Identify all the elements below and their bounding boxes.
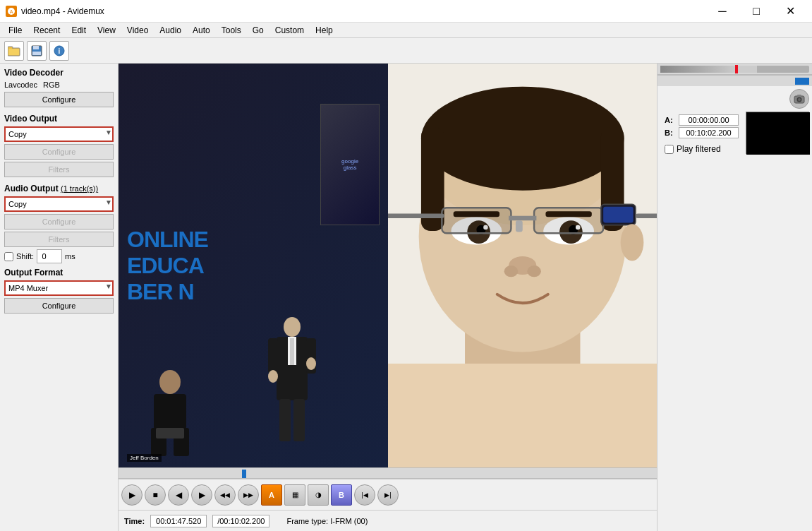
shift-checkbox[interactable] — [4, 252, 13, 261]
a-time-row: A: 00:00:00.00 — [665, 114, 739, 126]
save-button[interactable] — [27, 41, 47, 61]
video-configure-button[interactable]: Configure — [4, 144, 114, 160]
svg-rect-52 — [635, 213, 657, 218]
seated-person-svg — [145, 368, 195, 460]
svg-point-45 — [527, 266, 541, 277]
prev-frame-fast-button[interactable]: ◀◀ — [214, 484, 236, 506]
transport-area: ▶ ■ ◀ ▶ ◀◀ ▶▶ A ▦ ◑ B |◀ ▶| — [119, 479, 657, 510]
audio-configure-button[interactable]: Configure — [4, 214, 114, 229]
menu-recent[interactable]: Recent — [28, 24, 66, 37]
mini-preview-svg — [746, 112, 810, 155]
shift-input[interactable] — [37, 249, 62, 263]
svg-rect-48 — [509, 216, 536, 221]
svg-point-30 — [420, 87, 624, 191]
menu-edit[interactable]: Edit — [66, 24, 92, 37]
ab-times: A: 00:00:00.00 B: 00:10:02.200 — [660, 112, 743, 143]
video-output-dropdown-wrapper: Copy H.264 H.265 MPEG-2 ▼ — [4, 126, 114, 142]
play-filtered-checkbox[interactable] — [665, 145, 674, 154]
audio-filters-button[interactable]: Filters — [4, 232, 114, 247]
menu-go[interactable]: Go — [247, 24, 269, 37]
shift-label: Shift: — [16, 252, 34, 261]
lavcodec-label: Lavcodec — [4, 80, 37, 89]
glass-woman-svg — [388, 64, 658, 467]
svg-point-57 — [798, 98, 801, 101]
svg-text:A: A — [10, 9, 13, 14]
stop-button[interactable]: ■ — [145, 484, 166, 506]
output-configure-button[interactable]: Configure — [4, 298, 114, 314]
online-line3: BER N — [127, 278, 208, 304]
video-canvas: ONLINE EDUCA BER N — [119, 64, 657, 467]
audio-output-select[interactable]: Copy AAC MP3 AC3 — [4, 196, 114, 212]
scrubber-track[interactable] — [119, 468, 657, 478]
right-panel: A: 00:00:00.00 B: 00:10:02.200 Play filt… — [657, 64, 812, 531]
open-button[interactable] — [4, 41, 24, 61]
statusbar: Time: 00:01:47.520 /00:10:02.200 Frame t… — [119, 510, 657, 531]
svg-point-54 — [620, 224, 643, 261]
main-area: Video Decoder Lavcodec RGB Configure Vid… — [0, 64, 812, 531]
play-filtered-row: Play filtered — [660, 143, 743, 155]
video-right-half — [388, 64, 658, 467]
online-line1: ONLINE — [127, 227, 208, 253]
menu-tools[interactable]: Tools — [216, 24, 247, 37]
svg-point-44 — [504, 266, 518, 277]
decoder-configure-button[interactable]: Configure — [4, 92, 114, 107]
current-time: 00:01:47.520 — [150, 515, 207, 527]
goto-start-button[interactable]: |◀ — [354, 484, 375, 506]
mark-b-button[interactable]: B — [331, 484, 352, 506]
svg-rect-21 — [154, 394, 186, 429]
online-educa-text: ONLINE EDUCA BER N — [127, 227, 208, 304]
svg-rect-58 — [797, 95, 801, 97]
menu-auto[interactable]: Auto — [187, 24, 216, 37]
svg-rect-27 — [388, 364, 658, 467]
video-decoder-title: Video Decoder — [4, 68, 114, 78]
svg-rect-46 — [442, 208, 511, 233]
camera-row — [658, 86, 812, 109]
b-time: 00:10:02.200 — [679, 127, 739, 138]
output-format-dropdown-wrapper: MP4 Muxer AVI Muxer MKV Muxer ▼ — [4, 280, 114, 296]
play-filtered-label: Play filtered — [677, 144, 721, 154]
video-area: ONLINE EDUCA BER N — [119, 64, 657, 531]
svg-rect-4 — [8, 49, 19, 55]
rewind-button[interactable]: ◀ — [168, 484, 189, 506]
camera-button[interactable] — [789, 89, 809, 109]
maximize-button[interactable]: □ — [740, 0, 772, 23]
output-format-select[interactable]: MP4 Muxer AVI Muxer MKV Muxer — [4, 280, 114, 296]
volume-bar[interactable] — [660, 66, 809, 73]
svg-point-20 — [159, 370, 181, 394]
right-scrubber-fill — [795, 78, 809, 85]
segment-button[interactable]: ▦ — [284, 484, 305, 506]
menu-file[interactable]: File — [3, 24, 28, 37]
decoder-row: Lavcodec RGB — [4, 80, 114, 89]
bw-button[interactable]: ◑ — [308, 484, 329, 506]
stage-screen: googleglass — [320, 104, 380, 225]
menu-custom[interactable]: Custom — [269, 24, 310, 37]
shift-row: Shift: ms — [4, 249, 114, 263]
minimize-button[interactable]: ─ — [706, 0, 739, 23]
video-output-select[interactable]: Copy H.264 H.265 MPEG-2 — [4, 126, 114, 142]
time-label: Time: — [124, 517, 145, 525]
info-button[interactable]: i — [49, 41, 69, 61]
svg-rect-14 — [279, 399, 291, 441]
svg-text:i: i — [59, 47, 61, 55]
menu-view[interactable]: View — [92, 24, 121, 37]
menu-audio[interactable]: Audio — [154, 24, 187, 37]
play-button[interactable]: ▶ — [121, 484, 143, 506]
mark-a-button[interactable]: A — [261, 484, 282, 506]
ms-label: ms — [65, 252, 75, 261]
forward-button[interactable]: ▶ — [191, 484, 212, 506]
scrubber-area[interactable] — [119, 467, 657, 479]
next-frame-fast-button[interactable]: ▶▶ — [238, 484, 259, 506]
goto-end-button[interactable]: ▶| — [377, 484, 399, 506]
mini-preview — [746, 112, 809, 154]
svg-rect-59 — [746, 112, 810, 155]
frame-info: Frame type: I-FRM (00) — [286, 517, 368, 525]
svg-rect-53 — [388, 213, 444, 218]
video-output-title: Video Output — [4, 114, 114, 124]
right-panel-scrubber[interactable] — [658, 75, 812, 86]
menu-help[interactable]: Help — [310, 24, 339, 37]
menu-video[interactable]: Video — [121, 24, 154, 37]
presenter-svg — [264, 299, 320, 447]
video-filters-button[interactable]: Filters — [4, 162, 114, 177]
close-button[interactable]: ✕ — [774, 0, 806, 23]
svg-rect-6 — [33, 46, 39, 49]
